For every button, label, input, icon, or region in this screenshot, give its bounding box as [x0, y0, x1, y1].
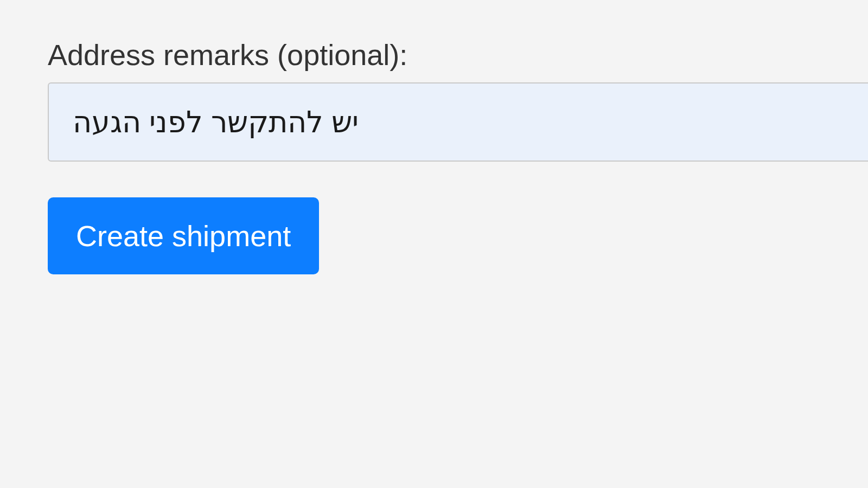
- address-remarks-label: Address remarks (optional):: [48, 38, 868, 72]
- create-shipment-button[interactable]: Create shipment: [48, 197, 319, 274]
- shipment-form: Address remarks (optional): Create shipm…: [0, 0, 868, 274]
- address-remarks-input[interactable]: [48, 82, 868, 162]
